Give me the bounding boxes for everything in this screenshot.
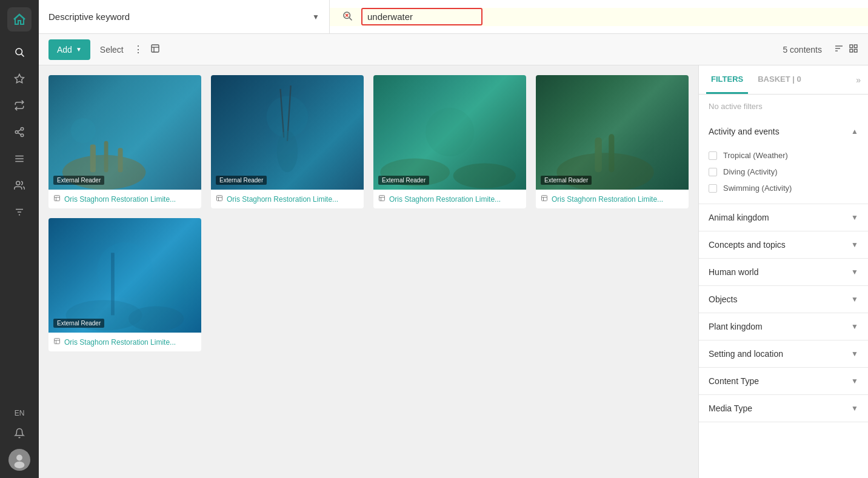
filter-section-header-0[interactable]: Activity and events ▲ xyxy=(699,118,868,145)
filter-section-label: Media Type xyxy=(709,403,752,413)
filter-section-header-4[interactable]: Objects ▼ xyxy=(699,286,868,313)
filter-item: Diving (Activity) xyxy=(709,164,858,180)
contents-count: 5 contents xyxy=(783,45,822,55)
tab-basket[interactable]: BASKET | 0 xyxy=(753,66,806,94)
filter-section-arrow-icon: ▼ xyxy=(851,268,858,276)
filter-section-5: Plant kingdom ▼ xyxy=(699,313,868,340)
sidebar-item-star[interactable] xyxy=(8,68,30,90)
sidebar-item-notifications[interactable] xyxy=(8,422,30,444)
user-avatar[interactable] xyxy=(8,449,30,471)
item-info: Oris Staghorn Restoration Limite... xyxy=(48,190,201,208)
grid-item[interactable]: External Reader Oris Staghorn Restoratio… xyxy=(48,75,201,208)
filter-section-arrow-icon: ▼ xyxy=(851,377,858,385)
filter-checkbox-0-2[interactable] xyxy=(709,184,717,193)
keyword-selector-label: Descriptive keyword xyxy=(48,12,307,22)
filter-section-arrow-icon: ▼ xyxy=(851,350,858,358)
filter-section-header-3[interactable]: Human world ▼ xyxy=(699,259,868,285)
filter-section-arrow-icon: ▼ xyxy=(851,295,858,304)
filter-section-header-6[interactable]: Setting and location ▼ xyxy=(699,340,868,367)
filter-item-label: Swimming (Activity) xyxy=(723,184,792,193)
language-selector[interactable]: EN xyxy=(15,409,25,417)
edit-button[interactable] xyxy=(150,44,160,56)
svg-rect-42 xyxy=(217,196,222,201)
keyword-selector[interactable]: Descriptive keyword ▼ xyxy=(39,0,330,33)
sort-button[interactable] xyxy=(834,44,844,56)
grid-item[interactable]: External Reader Oris Staghorn Restoratio… xyxy=(536,75,689,208)
sidebar-item-search[interactable] xyxy=(8,41,30,63)
filter-section-label: Plant kingdom xyxy=(709,322,763,331)
add-label: Add xyxy=(57,45,72,55)
svg-point-43 xyxy=(426,108,474,156)
svg-point-45 xyxy=(453,163,516,188)
sidebar-item-transfer[interactable] xyxy=(8,95,30,116)
filter-section-header-5[interactable]: Plant kingdom ▼ xyxy=(699,313,868,340)
filter-section-4: Objects ▼ xyxy=(699,286,868,313)
grid-area: External Reader Oris Staghorn Restoratio… xyxy=(39,65,698,478)
svg-rect-54 xyxy=(111,253,115,315)
grid-view-button[interactable] xyxy=(849,44,858,56)
external-reader-badge: External Reader xyxy=(216,176,267,185)
svg-rect-37 xyxy=(55,196,60,201)
svg-line-6 xyxy=(18,133,21,134)
filter-section-header-1[interactable]: Animal kingdom ▼ xyxy=(699,204,868,231)
filter-checkbox-0-0[interactable] xyxy=(709,151,717,160)
filter-section-arrow-icon: ▲ xyxy=(851,127,858,136)
filter-section-header-7[interactable]: Content Type ▼ xyxy=(699,368,868,394)
search-area xyxy=(330,8,868,26)
sidebar-item-filters[interactable] xyxy=(8,201,30,223)
filter-item-label: Diving (Activity) xyxy=(723,167,778,176)
filter-item-label: Tropical (Weather) xyxy=(723,151,788,160)
svg-point-36 xyxy=(71,118,96,143)
filter-section-arrow-icon: ▼ xyxy=(851,322,858,331)
svg-point-41 xyxy=(277,131,298,173)
toolbar: Add ▼ Select ⋮ 5 contents xyxy=(39,34,868,65)
select-button[interactable]: Select xyxy=(95,42,129,57)
thumbnail-1: External Reader xyxy=(48,75,201,190)
media-icon xyxy=(53,337,61,347)
svg-rect-34 xyxy=(104,141,109,173)
svg-point-0 xyxy=(16,48,22,55)
svg-rect-50 xyxy=(542,196,547,201)
sidebar: EN xyxy=(0,0,39,478)
svg-point-16 xyxy=(16,455,22,461)
item-title: Oris Staghorn Restoration Limite... xyxy=(64,338,176,347)
more-options-button[interactable]: ⋮ xyxy=(133,44,143,55)
filter-section-content-0: Tropical (Weather) Diving (Activity) Swi… xyxy=(699,145,868,204)
tab-filters[interactable]: FILTERS xyxy=(706,66,748,94)
sidebar-item-users[interactable] xyxy=(8,174,30,196)
item-info: Oris Staghorn Restoration Limite... xyxy=(536,190,689,208)
item-title: Oris Staghorn Restoration Limite... xyxy=(389,195,501,204)
external-reader-badge: External Reader xyxy=(53,319,104,328)
svg-rect-31 xyxy=(854,49,857,52)
sidebar-item-list[interactable] xyxy=(8,148,30,170)
external-reader-badge: External Reader xyxy=(541,176,592,185)
filter-section-label: Activity and events xyxy=(709,127,780,136)
panel-tabs: FILTERS BASKET | 0 » xyxy=(699,65,868,95)
filter-item: Swimming (Activity) xyxy=(709,180,858,196)
svg-point-4 xyxy=(15,131,18,134)
app-logo[interactable] xyxy=(7,7,32,32)
content-area: External Reader Oris Staghorn Restoratio… xyxy=(39,65,868,478)
svg-rect-28 xyxy=(850,45,853,48)
panel-expand-icon[interactable]: » xyxy=(856,75,861,85)
svg-line-7 xyxy=(18,130,21,131)
filter-section-header-8[interactable]: Media Type ▼ xyxy=(699,395,868,422)
add-button[interactable]: Add ▼ xyxy=(48,39,90,60)
filter-checkbox-0-1[interactable] xyxy=(709,168,717,176)
svg-point-11 xyxy=(16,181,20,185)
search-input[interactable] xyxy=(361,8,482,25)
add-arrow-icon: ▼ xyxy=(76,46,82,53)
grid-item[interactable]: External Reader Oris Staghorn Restoratio… xyxy=(48,218,201,351)
sidebar-item-share[interactable] xyxy=(8,121,30,143)
media-icon xyxy=(216,194,223,204)
grid-item[interactable]: External Reader Oris Staghorn Restoratio… xyxy=(373,75,526,208)
media-grid: External Reader Oris Staghorn Restoratio… xyxy=(48,75,689,351)
svg-point-51 xyxy=(97,242,153,298)
search-clear-icon[interactable] xyxy=(339,8,355,26)
svg-rect-46 xyxy=(379,196,385,201)
grid-item[interactable]: External Reader Oris Staghorn Restoratio… xyxy=(211,75,364,208)
svg-rect-33 xyxy=(90,145,96,173)
filter-section-header-2[interactable]: Concepts and topics ▼ xyxy=(699,231,868,258)
external-reader-badge: External Reader xyxy=(53,176,104,185)
svg-point-3 xyxy=(21,128,24,131)
